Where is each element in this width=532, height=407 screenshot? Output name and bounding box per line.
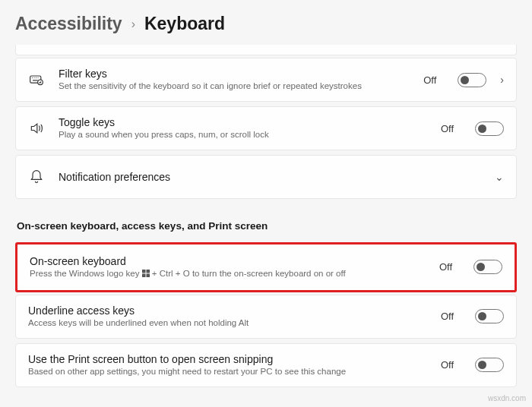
on-screen-keyboard-row[interactable]: On-screen keyboard Press the Windows log… <box>17 245 515 290</box>
toggle-keys-state: Off <box>441 123 454 134</box>
filter-keys-title: Filter keys <box>59 68 410 80</box>
svg-rect-9 <box>142 274 146 278</box>
print-screen-row[interactable]: Use the Print screen button to open scre… <box>15 343 517 387</box>
keyboard-filter-icon <box>28 72 45 87</box>
printscreen-toggle[interactable] <box>475 358 504 372</box>
osk-title: On-screen keyboard <box>30 255 426 267</box>
underline-state: Off <box>441 311 454 322</box>
printscreen-state: Off <box>441 359 454 371</box>
settings-group-2: On-screen keyboard Press the Windows log… <box>15 242 517 387</box>
section-heading: On-screen keyboard, access keys, and Pri… <box>15 217 517 242</box>
printscreen-desc: Based on other app settings, you might n… <box>28 366 427 377</box>
osk-state: Off <box>439 261 452 273</box>
underline-access-keys-row[interactable]: Underline access keys Access keys will b… <box>15 295 517 339</box>
notification-preferences-row[interactable]: Notification preferences ⌄ <box>15 155 517 199</box>
previous-card-stub[interactable] <box>15 45 517 55</box>
windows-logo-icon <box>142 270 150 277</box>
filter-keys-state: Off <box>423 74 436 86</box>
svg-rect-7 <box>142 270 146 273</box>
breadcrumb-parent[interactable]: Accessibility <box>15 14 122 34</box>
chevron-right-icon: › <box>131 17 135 31</box>
chevron-right-icon[interactable]: › <box>500 74 504 86</box>
notification-preferences-title: Notification preferences <box>59 171 481 183</box>
osk-toggle[interactable] <box>473 260 502 274</box>
highlighted-row: On-screen keyboard Press the Windows log… <box>15 242 517 292</box>
filter-keys-toggle[interactable] <box>458 73 486 87</box>
toggle-keys-toggle[interactable] <box>475 121 504 136</box>
toggle-keys-title: Toggle keys <box>59 116 427 128</box>
watermark-text: wsxdn.com <box>488 394 526 402</box>
toggle-keys-row[interactable]: Toggle keys Play a sound when you press … <box>15 106 517 150</box>
underline-desc: Access keys will be underlined even when… <box>28 317 427 329</box>
filter-keys-desc: Set the sensitivity of the keyboard so i… <box>59 80 410 92</box>
osk-desc: Press the Windows logo key + Ctrl + O to… <box>30 268 426 279</box>
chevron-down-icon[interactable]: ⌄ <box>495 171 504 183</box>
breadcrumb-current: Keyboard <box>144 14 225 34</box>
speaker-icon <box>28 121 45 136</box>
underline-title: Underline access keys <box>28 304 427 317</box>
underline-toggle[interactable] <box>475 309 504 323</box>
settings-group-1: Filter keys Set the sensitivity of the k… <box>15 58 517 199</box>
breadcrumb: Accessibility › Keyboard <box>0 0 532 45</box>
bell-icon <box>28 169 45 185</box>
toggle-keys-desc: Play a sound when you press caps, num, o… <box>59 129 427 140</box>
filter-keys-row[interactable]: Filter keys Set the sensitivity of the k… <box>15 58 517 102</box>
printscreen-title: Use the Print screen button to open scre… <box>28 353 427 365</box>
